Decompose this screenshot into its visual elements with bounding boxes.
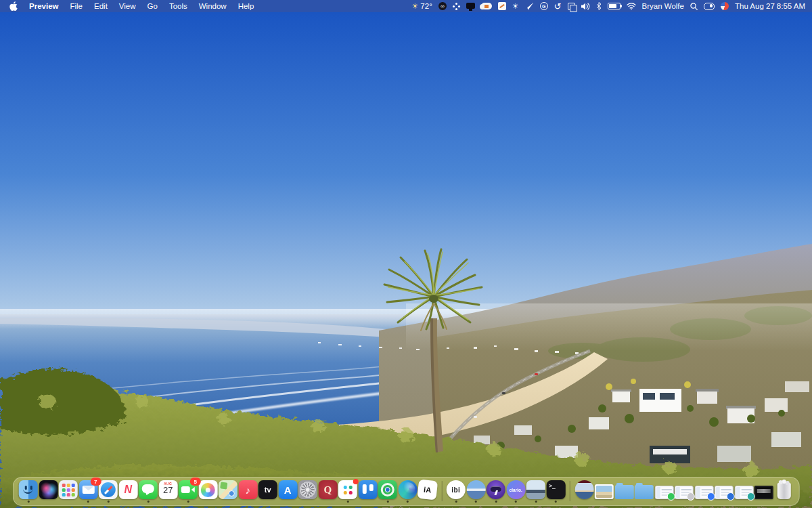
running-indicator <box>515 501 517 503</box>
menu-edit[interactable]: Edit <box>94 2 108 10</box>
spotlight-menu[interactable] <box>690 0 698 12</box>
user-name-label: Bryan Wolfe <box>642 2 684 10</box>
bluetooth-menu[interactable] <box>596 0 602 12</box>
dock-maps[interactable] <box>219 480 238 502</box>
dock-apple-tv[interactable]: tv <box>258 480 277 502</box>
dock-system-preferences[interactable] <box>298 480 317 502</box>
menu-tools[interactable]: Tools <box>169 2 187 10</box>
copy-windows-menu[interactable] <box>568 0 575 12</box>
pinwheel-menu[interactable] <box>721 0 729 12</box>
wifi-menu[interactable] <box>627 0 636 12</box>
dock-quickbooks[interactable]: Q <box>318 480 337 502</box>
collage-icon <box>498 2 506 10</box>
menu-file[interactable]: File <box>70 2 83 10</box>
dock: 7 N AUG27 5 ♪ tv A Q iA ibi clario. >_ <box>13 477 800 506</box>
cloud-house-menu[interactable] <box>481 0 492 12</box>
dock-horizon-app[interactable] <box>466 480 485 502</box>
dock-siri[interactable] <box>39 480 58 502</box>
dock-slack[interactable] <box>338 480 357 502</box>
dock-minimized-window-4[interactable] <box>715 482 734 502</box>
dock-minimized-window-2[interactable] <box>675 482 694 502</box>
dock-sunset-disk[interactable] <box>574 480 593 502</box>
dock-ibi[interactable]: ibi <box>447 480 466 502</box>
g-circle-menu[interactable]: G <box>540 0 548 12</box>
dock-ia-writer[interactable]: iA <box>418 480 437 502</box>
dock-weather-app[interactable] <box>487 480 505 502</box>
dock-screenshot-preview[interactable] <box>526 480 545 502</box>
dock-facetime[interactable]: 5 <box>179 480 198 502</box>
apple-tv-icon: tv <box>258 480 277 499</box>
feather-menu[interactable] <box>525 0 534 12</box>
menu-window[interactable]: Window <box>199 2 227 10</box>
horizon-app-icon <box>466 480 485 499</box>
menu-help[interactable]: Help <box>238 2 254 10</box>
folder-icon <box>614 485 633 499</box>
search-icon <box>690 3 698 10</box>
calendar-day: 27 <box>158 485 177 495</box>
active-app-menu[interactable]: Preview <box>29 2 58 10</box>
time-machine-menu[interactable]: ↺ <box>554 0 562 12</box>
window-app-badge <box>667 492 675 501</box>
menu-go[interactable]: Go <box>148 2 158 10</box>
dock-terminal[interactable]: >_ <box>546 480 565 502</box>
dock-safari[interactable] <box>99 480 118 502</box>
dock-calendar[interactable]: AUG27 <box>158 480 177 502</box>
dock-music[interactable]: ♪ <box>238 480 257 502</box>
dock-black-window[interactable] <box>754 482 773 502</box>
dock-divider <box>570 481 570 501</box>
dock-minimized-window-1[interactable] <box>654 482 673 502</box>
dock-green-lens-app[interactable] <box>378 480 397 502</box>
dock-launchpad[interactable] <box>59 480 78 502</box>
user-switcher[interactable]: Bryan Wolfe <box>642 0 684 12</box>
dock-trello[interactable] <box>358 480 377 502</box>
running-indicator <box>107 501 109 503</box>
wifi-icon <box>627 3 636 9</box>
minimized-window-icon <box>694 486 713 499</box>
launchpad-icon <box>59 480 78 499</box>
dock-mail[interactable]: 7 <box>78 480 97 502</box>
news-icon: N <box>118 480 137 499</box>
dock-divider <box>441 481 442 501</box>
dock-app-store[interactable]: A <box>278 480 297 502</box>
volume-icon <box>581 3 590 10</box>
dock-blue-folder-2[interactable] <box>635 482 654 502</box>
running-indicator <box>455 501 457 503</box>
copy-windows-icon <box>568 3 575 10</box>
dock-minimized-window-3[interactable] <box>694 482 713 502</box>
dock-clario[interactable]: clario. <box>506 480 525 502</box>
volume-menu[interactable] <box>581 0 590 12</box>
messages-icon <box>139 480 158 499</box>
dock-minimized-window-5[interactable] <box>734 482 753 502</box>
sunset-disk-icon <box>574 480 593 499</box>
running-indicator <box>407 501 409 503</box>
dock-messages[interactable] <box>139 480 158 502</box>
ibi-icon: ibi <box>447 480 466 499</box>
cloud-house-icon <box>481 3 492 9</box>
green-lens-app-icon <box>378 480 397 499</box>
dock-finder[interactable] <box>19 480 38 502</box>
dock-blue-folder-1[interactable] <box>614 482 633 502</box>
battery-menu[interactable] <box>608 0 621 12</box>
menu-view[interactable]: View <box>119 2 136 10</box>
control-center-menu[interactable] <box>704 0 715 12</box>
display-menu[interactable] <box>466 0 475 12</box>
dock-beach-photo-file[interactable] <box>595 482 614 502</box>
clock-menu[interactable]: Thu Aug 27 8:55 AM <box>735 0 805 12</box>
brightness-menu[interactable]: ☀ <box>512 0 519 12</box>
mail-icon: 7 <box>78 480 97 499</box>
temperature-label: 72° <box>420 2 432 10</box>
battery-icon <box>608 3 621 9</box>
creative-cloud-menu[interactable]: ∞ <box>438 0 447 12</box>
apple-menu[interactable] <box>9 0 18 12</box>
collage-menu[interactable] <box>498 0 506 12</box>
weather-status[interactable]: ☀ 72° <box>411 0 432 12</box>
dock-photos[interactable] <box>198 480 217 502</box>
slack-notification-dot <box>353 479 359 484</box>
trash-full-icon <box>777 483 790 499</box>
dots-grid-menu[interactable] <box>453 0 460 12</box>
dock-news[interactable]: N <box>118 480 137 502</box>
g-circle-icon: G <box>540 2 548 10</box>
running-indicator <box>187 501 189 503</box>
dock-trash[interactable] <box>774 482 793 502</box>
dock-edge[interactable] <box>398 480 417 502</box>
